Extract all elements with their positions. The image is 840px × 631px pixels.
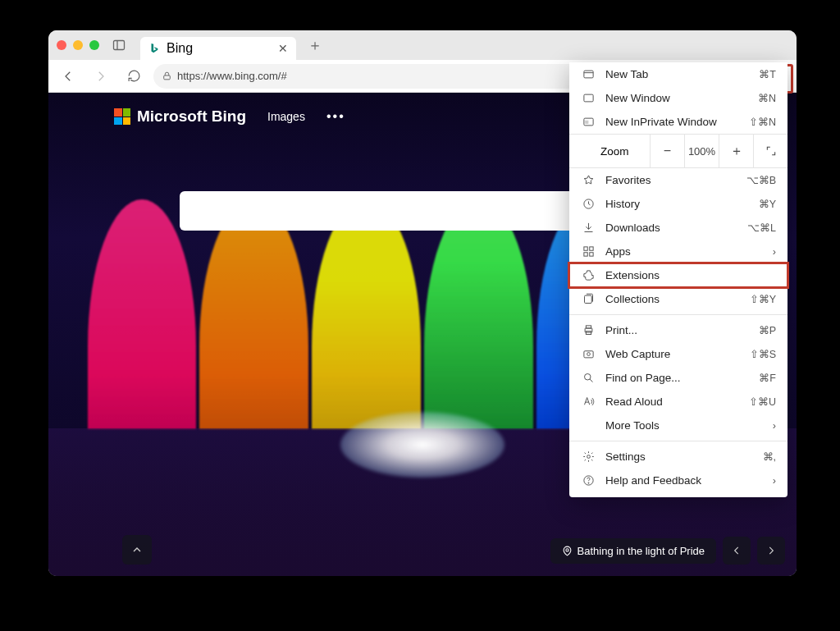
- lock-icon: [162, 71, 172, 81]
- zoom-label: Zoom: [569, 137, 650, 166]
- menu-extensions[interactable]: Extensions: [569, 263, 788, 287]
- forward-button[interactable]: [88, 63, 114, 89]
- menu-new-inprivate[interactable]: New InPrivate Window ⇧⌘N: [569, 110, 788, 134]
- svg-point-9: [565, 548, 568, 551]
- bing-logo[interactable]: Microsoft Bing: [114, 107, 246, 126]
- more-nav-icon[interactable]: •••: [326, 109, 345, 124]
- back-button[interactable]: [55, 63, 81, 89]
- svg-rect-2: [164, 75, 171, 80]
- new-window-icon: [581, 92, 596, 104]
- zoom-out-button[interactable]: −: [650, 135, 684, 167]
- tab-title: Bing: [167, 41, 193, 56]
- prev-image-button[interactable]: [723, 537, 751, 565]
- print-icon: [581, 324, 596, 336]
- window-controls: [57, 40, 99, 50]
- settings-menu: New Tab ⌘T New Window ⌘N New InPrivate W…: [569, 62, 788, 497]
- search-icon: [581, 372, 596, 384]
- menu-print[interactable]: Print... ⌘P: [569, 318, 788, 342]
- menu-favorites[interactable]: Favorites ⌥⌘B: [569, 168, 788, 192]
- chevron-right-icon: ›: [773, 475, 776, 487]
- svg-point-30: [588, 482, 589, 483]
- svg-point-26: [584, 374, 591, 381]
- expand-button[interactable]: [122, 535, 152, 565]
- brand-text: Microsoft Bing: [137, 107, 246, 126]
- svg-rect-12: [583, 94, 592, 102]
- refresh-button[interactable]: [121, 63, 147, 89]
- zoom-value: 100%: [684, 135, 719, 167]
- fullscreen-button[interactable]: [753, 135, 788, 167]
- help-icon: [581, 474, 596, 487]
- extension-icon: [581, 269, 596, 281]
- menu-apps[interactable]: Apps ›: [569, 240, 788, 263]
- svg-rect-16: [583, 247, 587, 250]
- svg-rect-0: [114, 41, 125, 50]
- svg-point-25: [587, 353, 590, 356]
- download-icon: [581, 222, 596, 234]
- maximize-window-button[interactable]: [89, 40, 99, 50]
- titlebar: Bing ✕ ＋: [48, 30, 797, 60]
- svg-rect-18: [583, 253, 587, 256]
- menu-new-window[interactable]: New Window ⌘N: [569, 86, 788, 110]
- svg-rect-17: [589, 247, 592, 250]
- new-tab-button[interactable]: ＋: [308, 35, 322, 55]
- url-text: https://www.bing.com/#: [177, 70, 287, 82]
- svg-rect-24: [583, 351, 592, 358]
- location-icon: [562, 546, 573, 556]
- svg-rect-23: [586, 332, 591, 335]
- svg-rect-10: [583, 71, 592, 78]
- inprivate-icon: [581, 116, 596, 128]
- menu-new-tab[interactable]: New Tab ⌘T: [569, 62, 788, 86]
- read-aloud-icon: [581, 396, 596, 408]
- chevron-right-icon: ›: [773, 246, 776, 258]
- star-icon: [581, 174, 596, 186]
- menu-read-aloud[interactable]: Read Aloud ⇧⌘U: [569, 390, 788, 414]
- nav-images-link[interactable]: Images: [267, 110, 305, 123]
- history-icon: [581, 198, 596, 210]
- image-caption-bar: Bathing in the light of Pride: [550, 537, 785, 565]
- menu-settings[interactable]: Settings ⌘,: [569, 445, 788, 469]
- menu-help[interactable]: Help and Feedback ›: [569, 469, 788, 492]
- close-tab-button[interactable]: ✕: [278, 42, 288, 55]
- menu-zoom: Zoom − 100% ＋: [569, 134, 788, 168]
- next-image-button[interactable]: [757, 537, 785, 565]
- svg-rect-20: [584, 295, 591, 303]
- sidebar-icon[interactable]: [112, 39, 126, 52]
- bing-favicon-icon: [148, 43, 160, 54]
- caption-text: Bathing in the light of Pride: [578, 545, 705, 557]
- menu-more-tools[interactable]: More Tools ›: [569, 414, 788, 437]
- svg-point-28: [587, 455, 590, 459]
- zoom-in-button[interactable]: ＋: [719, 135, 753, 167]
- svg-line-27: [590, 379, 592, 382]
- menu-downloads[interactable]: Downloads ⌥⌘L: [569, 216, 788, 240]
- svg-rect-22: [586, 326, 591, 328]
- capture-icon: [581, 348, 596, 360]
- svg-rect-19: [589, 253, 592, 256]
- new-tab-icon: [581, 68, 596, 80]
- image-caption[interactable]: Bathing in the light of Pride: [550, 538, 716, 564]
- menu-find[interactable]: Find on Page... ⌘F: [569, 366, 788, 390]
- menu-web-capture[interactable]: Web Capture ⇧⌘S: [569, 342, 788, 366]
- gear-icon: [581, 450, 596, 463]
- menu-history[interactable]: History ⌘Y: [569, 192, 788, 216]
- menu-collections[interactable]: Collections ⇧⌘Y: [569, 287, 788, 311]
- svg-rect-14: [585, 121, 587, 123]
- browser-tab[interactable]: Bing ✕: [140, 37, 296, 60]
- apps-icon: [581, 245, 596, 258]
- collections-icon: [581, 293, 596, 305]
- minimize-window-button[interactable]: [73, 40, 83, 50]
- chevron-right-icon: ›: [773, 420, 776, 432]
- microsoft-logo-icon: [114, 108, 130, 125]
- bing-header: Microsoft Bing Images •••: [114, 107, 345, 126]
- close-window-button[interactable]: [57, 40, 66, 50]
